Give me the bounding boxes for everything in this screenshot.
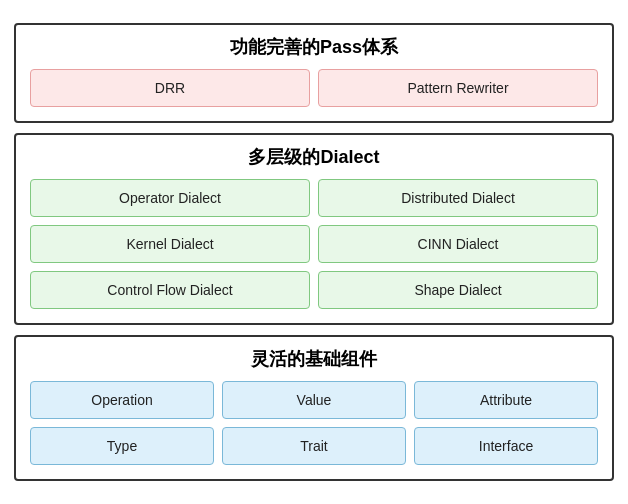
cell-dialect-1: Distributed Dialect <box>318 179 598 217</box>
cell-components-5: Interface <box>414 427 598 465</box>
section-title-components: 灵活的基础组件 <box>30 347 598 371</box>
cell-pass-0: DRR <box>30 69 310 107</box>
grid-components: OperationValueAttributeTypeTraitInterfac… <box>30 381 598 465</box>
cell-dialect-5: Shape Dialect <box>318 271 598 309</box>
main-container: 功能完善的Pass体系DRRPattern Rewriter多层级的Dialec… <box>14 23 614 481</box>
section-dialect: 多层级的DialectOperator DialectDistributed D… <box>14 133 614 325</box>
cell-components-3: Type <box>30 427 214 465</box>
section-title-dialect: 多层级的Dialect <box>30 145 598 169</box>
grid-pass: DRRPattern Rewriter <box>30 69 598 107</box>
cell-components-0: Operation <box>30 381 214 419</box>
cell-components-2: Attribute <box>414 381 598 419</box>
section-components: 灵活的基础组件OperationValueAttributeTypeTraitI… <box>14 335 614 481</box>
cell-components-4: Trait <box>222 427 406 465</box>
cell-dialect-0: Operator Dialect <box>30 179 310 217</box>
cell-dialect-3: CINN Dialect <box>318 225 598 263</box>
cell-dialect-4: Control Flow Dialect <box>30 271 310 309</box>
section-pass: 功能完善的Pass体系DRRPattern Rewriter <box>14 23 614 123</box>
cell-components-1: Value <box>222 381 406 419</box>
cell-dialect-2: Kernel Dialect <box>30 225 310 263</box>
section-title-pass: 功能完善的Pass体系 <box>30 35 598 59</box>
cell-pass-1: Pattern Rewriter <box>318 69 598 107</box>
grid-dialect: Operator DialectDistributed DialectKerne… <box>30 179 598 309</box>
